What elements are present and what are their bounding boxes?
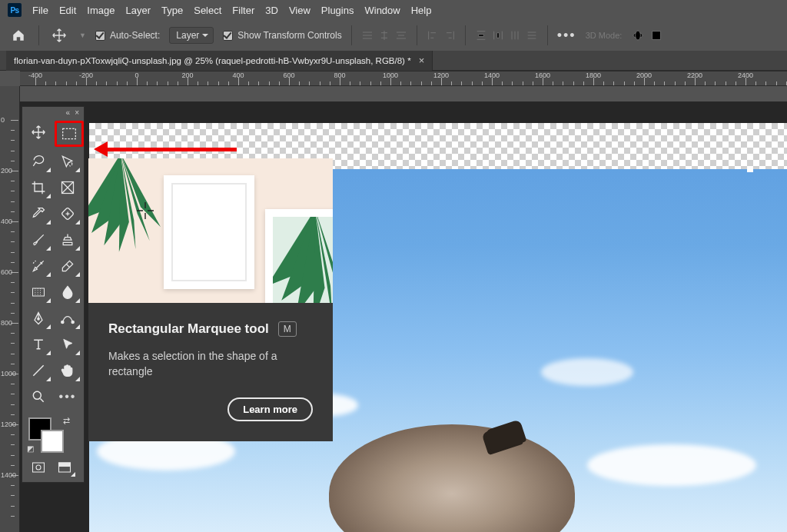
checkbox-icon	[95, 31, 105, 41]
ruler-tick-label: 800	[1, 319, 12, 327]
svg-rect-2	[653, 32, 661, 40]
auto-select-label: Auto-Select:	[110, 30, 160, 41]
auto-select-checkbox[interactable]: Auto-Select:	[95, 30, 160, 41]
svg-rect-12	[33, 463, 45, 472]
annotation-arrow	[86, 141, 237, 157]
menu-window[interactable]: Window	[364, 5, 400, 16]
ruler-tick-label: 0	[134, 71, 138, 79]
menubar: Ps File Edit Image Layer Type Select Fil…	[0, 0, 787, 20]
learn-more-button[interactable]: Learn more	[227, 397, 313, 421]
svg-point-8	[38, 318, 40, 321]
ruler-tick-label: 800	[334, 71, 345, 79]
menu-image[interactable]: Image	[87, 5, 115, 16]
color-swatches[interactable]: ⇄ ◩	[27, 416, 75, 453]
pen-tool[interactable]	[25, 307, 51, 330]
menu-plugins[interactable]: Plugins	[321, 5, 354, 16]
document-tab[interactable]: florian-van-duyn-pXToxwjqliQ-unsplash.jp…	[6, 51, 433, 71]
svg-point-9	[61, 321, 64, 323]
spot-heal-tool[interactable]	[55, 202, 81, 225]
close-tab-icon[interactable]: ×	[419, 55, 425, 66]
tooltip-preview-image	[88, 158, 333, 303]
svg-rect-15	[59, 463, 71, 467]
curvature-pen-tool[interactable]	[55, 307, 81, 330]
clone-stamp-tool[interactable]	[55, 228, 81, 251]
selection-handle[interactable]	[747, 166, 753, 172]
distribute-group	[475, 29, 538, 42]
app-logo: Ps	[8, 3, 22, 17]
show-transform-checkbox[interactable]: Show Transform Controls	[223, 30, 341, 41]
show-transform-label: Show Transform Controls	[237, 30, 341, 41]
horizontal-ruler[interactable]: -400-20002004006008001000120014001600180…	[20, 71, 787, 86]
eyedropper-tool[interactable]	[25, 202, 51, 225]
menu-type[interactable]: Type	[161, 5, 183, 16]
menu-view[interactable]: View	[289, 5, 310, 16]
frame-tool[interactable]	[55, 176, 81, 199]
ruler-tick-label: 200	[1, 167, 12, 175]
separator	[547, 25, 548, 45]
quick-mask-button[interactable]	[27, 457, 50, 477]
move-tool-icon[interactable]	[48, 25, 70, 46]
menu-layer[interactable]: Layer	[126, 5, 151, 16]
swap-colors-icon[interactable]: ⇄	[63, 416, 70, 426]
ruler-tick-label: 1200	[1, 421, 16, 428]
ruler-tick-label: 1000	[1, 370, 16, 377]
path-select-tool[interactable]	[55, 333, 81, 356]
ruler-tick-label: 1800	[586, 71, 601, 79]
svg-point-11	[33, 391, 41, 399]
document-tab-bar: florian-van-duyn-pXToxwjqliQ-unsplash.jp…	[0, 51, 787, 71]
tooltip-title: Rectangular Marquee tool	[108, 321, 269, 337]
checkbox-icon	[223, 31, 233, 41]
menu-select[interactable]: Select	[194, 5, 221, 16]
tool-tooltip: Rectangular Marquee tool M Makes a selec…	[88, 303, 333, 441]
separator	[465, 25, 466, 45]
ruler-tick-label: 2400	[738, 71, 753, 79]
hand-tool[interactable]	[55, 359, 81, 382]
collapse-toolbox-icon[interactable]: «	[66, 108, 71, 116]
more-options-button[interactable]: •••	[557, 28, 576, 44]
menu-file[interactable]: File	[32, 5, 48, 16]
edit-toolbar-button[interactable]: •••	[55, 385, 81, 408]
menu-edit[interactable]: Edit	[59, 5, 76, 16]
chevron-down-icon[interactable]: ▼	[79, 32, 86, 39]
auto-select-target-dropdown[interactable]: Layer	[169, 27, 214, 44]
type-tool[interactable]	[25, 333, 51, 356]
brush-tool[interactable]	[25, 228, 51, 251]
ruler-tick-label: 400	[232, 71, 244, 79]
subject-head	[329, 424, 575, 532]
tooltip-description: Makes a selection in the shape of a rect…	[108, 349, 313, 379]
ruler-tick-label: 200	[181, 71, 193, 79]
menu-filter[interactable]: Filter	[232, 5, 254, 16]
menu-help[interactable]: Help	[411, 5, 432, 16]
ruler-tick-label: 1000	[383, 71, 398, 79]
lasso-tool[interactable]	[25, 150, 51, 173]
quick-select-tool[interactable]	[55, 150, 81, 173]
line-tool[interactable]	[25, 359, 51, 382]
eraser-tool[interactable]	[55, 254, 81, 278]
ruler-tick-label: 600	[283, 71, 294, 79]
close-toolbox-icon[interactable]: ×	[75, 108, 79, 116]
vertical-ruler[interactable]: 0200400600800100012001400	[0, 86, 20, 532]
history-brush-tool[interactable]	[25, 254, 51, 278]
gradient-tool[interactable]	[25, 281, 51, 304]
rectangular-marquee-tool[interactable]	[55, 121, 84, 147]
home-button[interactable]	[8, 25, 29, 46]
ruler-tick-label: -200	[79, 71, 93, 79]
default-colors-icon[interactable]: ◩	[27, 444, 34, 453]
background-color[interactable]	[41, 430, 64, 453]
document-title: florian-van-duyn-pXToxwjqliQ-unsplash.jp…	[14, 56, 411, 65]
screen-mode-button[interactable]	[53, 457, 76, 477]
ruler-tick-label: 600	[1, 268, 12, 276]
zoom-tool[interactable]	[25, 385, 51, 408]
ruler-tick-label: 2200	[687, 71, 702, 79]
svg-point-13	[36, 465, 41, 470]
crosshair-cursor-icon	[135, 201, 155, 223]
svg-rect-7	[33, 288, 45, 296]
3d-mode-icons	[631, 29, 663, 42]
move-tool[interactable]	[25, 121, 51, 144]
ruler-tick-label: 1200	[433, 71, 449, 79]
separator	[351, 25, 352, 45]
menu-3d[interactable]: 3D	[265, 5, 278, 16]
crop-tool[interactable]	[25, 176, 51, 199]
blur-tool[interactable]	[55, 281, 81, 304]
svg-rect-3	[63, 128, 76, 138]
